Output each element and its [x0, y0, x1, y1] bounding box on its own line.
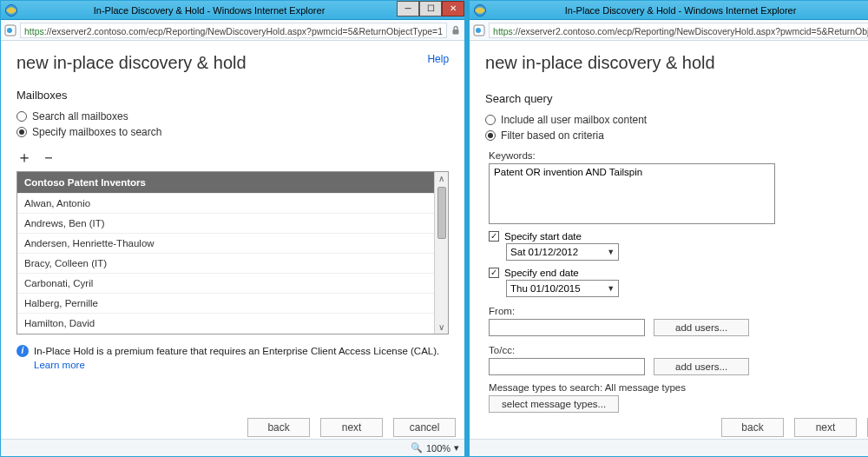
lock-icon — [450, 25, 461, 36]
favicon-icon — [473, 24, 485, 36]
premium-note: i In-Place Hold is a premium feature tha… — [16, 345, 449, 372]
radio-search-all[interactable]: Search all mailboxes — [16, 110, 449, 123]
mailbox-list: Contoso Patent Inventors Alwan, Antonio … — [16, 171, 449, 334]
svg-point-6 — [476, 28, 481, 33]
tocc-label: To/cc: — [489, 345, 868, 355]
list-scrollbar[interactable]: ∧ ∨ — [434, 172, 448, 334]
wizard-footer: back next cancel — [470, 414, 868, 439]
radio-specify-mailboxes[interactable]: Specify mailboxes to search — [16, 126, 449, 138]
wizard-footer: back next cancel — [1, 414, 464, 439]
select-message-types-button[interactable]: select message types... — [489, 395, 619, 413]
zoom-caret-icon[interactable]: ▾ — [454, 442, 459, 454]
status-bar: 🔍 100% ▾ — [1, 439, 464, 456]
list-header[interactable]: Contoso Patent Inventors — [17, 172, 434, 193]
window-right: In-Place Discovery & Hold - Windows Inte… — [469, 0, 868, 457]
ie-icon — [4, 3, 18, 17]
list-item[interactable]: Andersen, Henriette-Thaulow — [17, 233, 434, 253]
close-button[interactable]: ✕ — [442, 1, 464, 17]
note-text: In-Place Hold is a premium feature that … — [34, 346, 439, 356]
list-item[interactable]: Alwan, Antonio — [17, 193, 434, 213]
chevron-down-icon: ▼ — [607, 284, 615, 293]
section-heading-searchquery: Search query — [485, 92, 868, 105]
radio-filter-criteria[interactable]: Filter based on criteria — [485, 129, 868, 142]
next-button[interactable]: next — [794, 418, 857, 437]
scroll-down-icon[interactable]: ∨ — [438, 321, 444, 334]
back-button[interactable]: back — [247, 418, 310, 437]
checkbox-label: Specify end date — [504, 268, 579, 278]
add-users-tocc-button[interactable]: add users... — [654, 358, 749, 375]
radio-icon — [16, 111, 27, 122]
maximize-button[interactable]: ☐ — [419, 1, 442, 17]
favicon-icon — [4, 24, 16, 36]
from-input[interactable] — [489, 319, 645, 336]
svg-point-2 — [7, 28, 12, 33]
end-date-select[interactable]: Thu 01/10/2015 ▼ — [506, 280, 619, 297]
add-users-from-button[interactable]: add users... — [654, 319, 749, 336]
scroll-up-icon[interactable]: ∧ — [438, 172, 444, 185]
svg-rect-3 — [453, 30, 459, 35]
radio-icon — [485, 115, 496, 125]
minimize-button[interactable]: ─ — [397, 1, 419, 17]
from-label: From: — [489, 306, 868, 316]
list-item[interactable]: Hamilton, David — [17, 313, 434, 333]
start-date-select[interactable]: Sat 01/12/2012 ▼ — [506, 243, 619, 261]
section-heading-mailboxes: Mailboxes — [16, 89, 449, 102]
back-button[interactable]: back — [721, 418, 784, 437]
page-title: new in-place discovery & hold — [485, 53, 868, 73]
radio-label: Search all mailboxes — [32, 110, 128, 123]
date-value: Sat 01/12/2012 — [510, 247, 578, 257]
page-title: new in-place discovery & hold — [16, 53, 449, 73]
zoom-level[interactable]: 100% — [426, 443, 450, 454]
end-date-checkbox[interactable]: Specify end date — [489, 268, 868, 278]
checkbox-icon — [489, 231, 499, 242]
list-item[interactable]: Andrews, Ben (IT) — [17, 213, 434, 233]
radio-icon — [16, 127, 27, 137]
titlebar[interactable]: In-Place Discovery & Hold - Windows Inte… — [1, 1, 464, 20]
ie-icon — [473, 3, 487, 17]
address-bar: https://exserver2.contoso.com/ecp/Report… — [1, 20, 464, 41]
cancel-button[interactable]: cancel — [393, 418, 456, 437]
next-button[interactable]: next — [320, 418, 383, 437]
url-field[interactable]: https://exserver2.contoso.com/ecp/Report… — [489, 23, 868, 38]
list-item[interactable]: Bracy, Colleen (IT) — [17, 253, 434, 273]
help-link[interactable]: Help — [427, 53, 449, 65]
zoom-icon[interactable]: 🔍 — [411, 442, 423, 454]
checkbox-icon — [489, 268, 499, 278]
window-title: In-Place Discovery & Hold - Windows Inte… — [490, 5, 868, 16]
url-field[interactable]: https://exserver2.contoso.com/ecp/Report… — [20, 23, 447, 38]
radio-icon — [485, 130, 496, 141]
radio-label: Include all user mailbox content — [501, 114, 647, 126]
add-mailbox-button[interactable]: ＋ — [16, 147, 32, 168]
chevron-down-icon: ▼ — [607, 248, 615, 256]
info-icon: i — [16, 345, 29, 357]
tocc-input[interactable] — [489, 358, 645, 375]
titlebar[interactable]: In-Place Discovery & Hold - Windows Inte… — [470, 1, 868, 20]
radio-include-all[interactable]: Include all user mailbox content — [485, 114, 868, 126]
learn-more-link[interactable]: Learn more — [34, 360, 85, 370]
start-date-checkbox[interactable]: Specify start date — [489, 231, 868, 242]
keywords-label: Keywords: — [489, 150, 868, 161]
radio-label: Specify mailboxes to search — [32, 126, 161, 138]
date-value: Thu 01/10/2015 — [510, 283, 581, 294]
status-bar: 🔍 100% ▾ — [470, 439, 868, 456]
radio-label: Filter based on criteria — [501, 129, 604, 142]
address-bar: https://exserver2.contoso.com/ecp/Report… — [470, 20, 868, 41]
checkbox-label: Specify start date — [504, 231, 582, 242]
list-item[interactable]: Carbonati, Cyril — [17, 273, 434, 293]
window-left: In-Place Discovery & Hold - Windows Inte… — [0, 0, 465, 457]
scroll-thumb[interactable] — [437, 187, 446, 239]
window-title: In-Place Discovery & Hold - Windows Inte… — [22, 5, 397, 16]
message-types-label: Message types to search: All message typ… — [489, 382, 868, 393]
list-item[interactable]: Halberg, Pernille — [17, 293, 434, 313]
remove-mailbox-button[interactable]: － — [41, 147, 56, 168]
keywords-input[interactable]: Patent OR invention AND Tailspin — [489, 163, 775, 224]
